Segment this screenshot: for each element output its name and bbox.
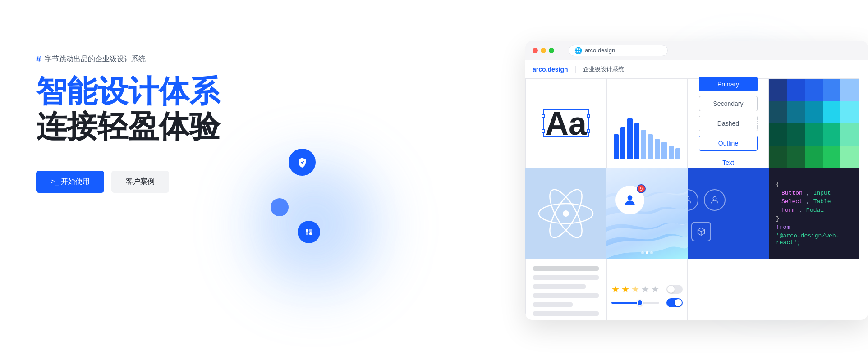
color-swatch-12: [787, 123, 805, 146]
chart-bar-8: [661, 142, 666, 159]
hashtag-subtitle: 字节跳动出品的企业级设计系统: [45, 55, 146, 64]
demo-dashed-button[interactable]: Dashed: [699, 116, 758, 131]
chart-bar-1: [614, 134, 619, 159]
color-swatch-4: [823, 79, 841, 101]
shield-icon: [297, 157, 308, 168]
nav-divider: [575, 66, 576, 73]
star-5[interactable]: ★: [651, 284, 659, 295]
cell-atom: [525, 168, 606, 259]
slider-track[interactable]: [611, 302, 659, 304]
code-line-7: '@arco-design/web-react';: [776, 232, 852, 246]
handle-tr: [587, 114, 590, 118]
color-grid: [769, 79, 859, 168]
toggle-on-wrapper: [666, 298, 683, 307]
type-specimen: Aa: [545, 105, 587, 141]
svg-point-14: [628, 195, 633, 200]
type-specimen-wrapper: Aa: [545, 105, 587, 142]
left-section: # 字节跳动出品的企业级设计系统 智能设计体系 连接轻盈体验 >_ 开始使用 客…: [36, 54, 271, 193]
nav-text: 企业级设计系统: [583, 65, 624, 73]
color-swatch-8: [805, 101, 823, 124]
list-line-1: [533, 266, 599, 271]
code-key-1: Button: [781, 190, 803, 196]
globe-icon: 🌐: [574, 47, 582, 54]
slider-thumb[interactable]: [637, 300, 643, 306]
svg-rect-0: [306, 229, 308, 232]
cell-buttons: Primary Secondary Dashed Outline Text: [688, 78, 769, 168]
chart-bar-9: [669, 146, 674, 159]
small-circle-2: [298, 221, 320, 243]
star-1[interactable]: ★: [611, 284, 620, 295]
color-swatch-9: [823, 101, 841, 124]
avatar-circle-large[interactable]: 9: [615, 186, 644, 214]
svg-point-3: [309, 232, 312, 235]
demo-text-button[interactable]: Text: [699, 155, 758, 170]
maximize-button[interactable]: [549, 48, 554, 53]
color-swatch-16: [769, 146, 787, 168]
handle-bl: [542, 129, 545, 133]
toggle-off-wrapper: [666, 285, 683, 294]
comp-icon-box[interactable]: [691, 222, 711, 241]
color-swatch-6: [769, 101, 787, 124]
toggle-on[interactable]: [666, 298, 683, 307]
slider-row: [611, 298, 683, 307]
star-3[interactable]: ★: [631, 284, 639, 295]
code-line-3: Select , Table: [776, 198, 852, 205]
shield-circle-button[interactable]: [289, 149, 316, 176]
star-2[interactable]: ★: [621, 284, 629, 295]
toggle-off[interactable]: [666, 285, 683, 294]
code-brace-close: }: [776, 215, 780, 222]
notification-badge: 9: [637, 184, 646, 193]
color-swatch-20: [840, 146, 859, 168]
color-swatch-18: [805, 146, 823, 168]
close-button[interactable]: [533, 48, 538, 53]
cta-buttons: >_ 开始使用 客户案例: [36, 171, 271, 193]
content-grid: Aa Primary Second: [525, 78, 868, 320]
color-swatch-11: [769, 123, 787, 146]
code-key-3: Select: [781, 198, 803, 205]
chart-bar-7: [655, 139, 660, 159]
user-icon-large: [623, 193, 637, 207]
demo-secondary-button[interactable]: Secondary: [699, 96, 758, 111]
code-line-2: Button , Input: [776, 190, 852, 196]
color-swatch-15: [840, 123, 859, 146]
avatar-outline-3[interactable]: [704, 189, 726, 211]
cell-colors: [769, 78, 859, 168]
hashtag-badge: # 字节跳动出品的企业级设计系统: [36, 54, 271, 64]
demo-outline-button[interactable]: Outline: [699, 136, 758, 151]
traffic-lights: [533, 48, 554, 53]
address-bar[interactable]: 🌐 arco.design: [569, 45, 668, 56]
brand-logo: arco.design: [533, 66, 568, 73]
code-comma-1: ,: [806, 190, 810, 196]
color-swatch-7: [787, 101, 805, 124]
chart-bar-3: [627, 118, 632, 159]
code-from: from: [776, 224, 790, 231]
chart-bar-6: [648, 134, 653, 159]
cases-button[interactable]: 客户案例: [111, 171, 169, 193]
title-line2: 连接轻盈体验: [36, 109, 271, 144]
cell-typography: Aa: [525, 78, 606, 168]
code-line-1: {: [776, 181, 852, 188]
code-comma-3: ,: [799, 207, 803, 214]
color-swatch-1: [769, 79, 787, 101]
main-title: 智能设计体系 连接轻盈体验: [36, 73, 271, 144]
color-swatch-13: [805, 123, 823, 146]
chart-bar-10: [675, 148, 680, 159]
color-swatch-3: [805, 79, 823, 101]
demo-primary-button[interactable]: Primary: [699, 77, 758, 91]
start-button[interactable]: >_ 开始使用: [36, 171, 104, 193]
minimize-button[interactable]: [541, 48, 546, 53]
cell-controls: ★ ★ ★ ★ ★: [606, 259, 688, 320]
wave-dots: [641, 251, 653, 254]
list-line-2: [533, 275, 599, 280]
star-4[interactable]: ★: [641, 284, 649, 295]
code-key-5: Form: [781, 207, 795, 214]
code-brace-open: {: [776, 181, 780, 188]
address-text: arco.design: [585, 47, 615, 54]
cell-code: { Button , Input Select , Table Form , M…: [769, 168, 859, 259]
handle-br: [587, 129, 590, 133]
code-import-path: '@arco-design/web-react';: [776, 232, 852, 246]
code-line-5: }: [776, 215, 852, 222]
list-line-5: [533, 302, 573, 307]
chart-bar-4: [634, 123, 639, 159]
slider-fill: [611, 302, 638, 304]
